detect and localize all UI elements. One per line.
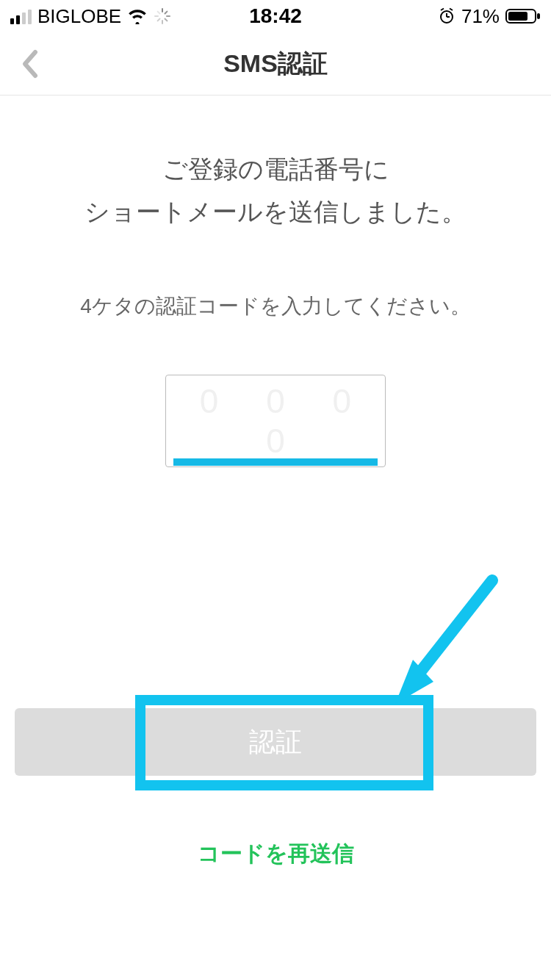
lead-line-1: ご登録の電話番号に (15, 148, 536, 191)
submit-wrap: 認証 (15, 708, 536, 776)
code-placeholder: 0 0 0 0 (185, 381, 385, 461)
svg-line-16 (411, 580, 492, 683)
svg-line-7 (158, 12, 160, 14)
back-button[interactable] (13, 46, 48, 82)
input-underline (173, 458, 378, 466)
status-right: 71% (438, 5, 541, 28)
instruction-text: 4ケタの認証コードを入力してください。 (15, 292, 536, 320)
resend-link[interactable]: コードを再送信 (198, 841, 354, 865)
loading-spinner-icon (154, 7, 171, 25)
svg-marker-17 (395, 660, 433, 704)
battery-icon (505, 7, 541, 25)
svg-line-11 (441, 9, 444, 11)
alarm-icon (438, 7, 455, 25)
battery-percent: 71% (461, 5, 500, 28)
page-title: SMS認証 (223, 47, 328, 81)
lead-line-2: ショートメールを送信しました。 (15, 191, 536, 234)
svg-rect-15 (537, 13, 540, 19)
cellular-signal-icon (10, 8, 32, 24)
status-left: BIGLOBE (10, 5, 171, 28)
code-input[interactable]: 0 0 0 0 (165, 375, 386, 467)
submit-button[interactable]: 認証 (15, 708, 536, 776)
annotation-arrow-icon (382, 573, 507, 720)
lead-text: ご登録の電話番号に ショートメールを送信しました。 (15, 148, 536, 234)
content: ご登録の電話番号に ショートメールを送信しました。 4ケタの認証コードを入力して… (0, 148, 551, 467)
svg-line-5 (158, 19, 160, 21)
svg-line-1 (165, 12, 168, 14)
status-time: 18:42 (249, 4, 302, 28)
svg-rect-14 (508, 12, 527, 21)
status-bar: BIGLOBE 18:42 71% (0, 0, 551, 32)
chevron-left-icon (21, 48, 41, 80)
resend-wrap: コードを再送信 (0, 839, 551, 869)
carrier-label: BIGLOBE (37, 5, 121, 28)
nav-bar: SMS認証 (0, 32, 551, 96)
svg-line-3 (165, 19, 168, 21)
svg-line-12 (450, 9, 453, 11)
wifi-icon (127, 8, 148, 24)
